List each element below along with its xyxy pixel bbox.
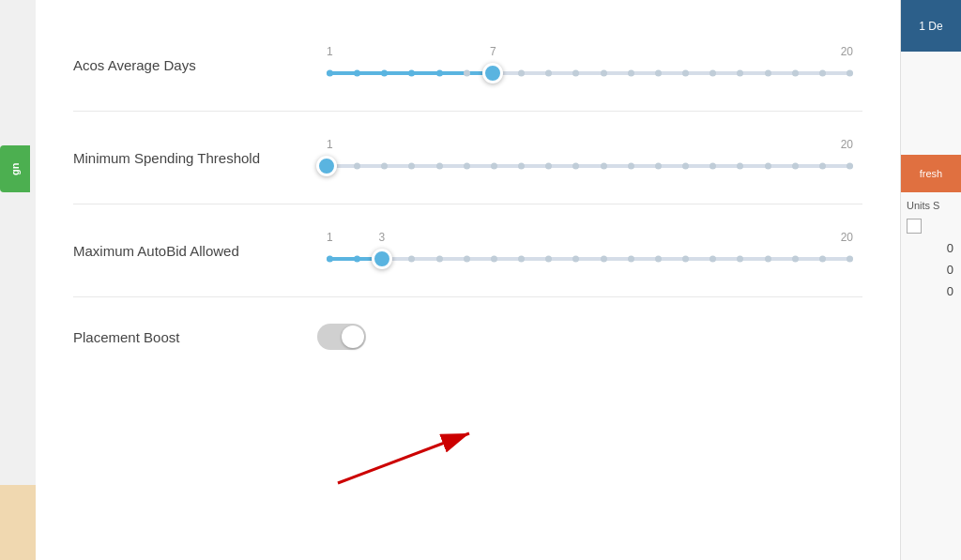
placement-boost-label: Placement Boost [73, 329, 317, 345]
placement-boost-row: Placement Boost [73, 297, 862, 376]
placement-boost-toggle[interactable] [317, 324, 366, 350]
max-autobid-slider-container: 1 3 20 [317, 231, 862, 270]
sidebar-tab[interactable]: gn [0, 145, 30, 192]
max-autobid-nums-row: 1 3 20 [327, 231, 853, 244]
acos-dot-row [327, 70, 853, 77]
placement-boost-toggle-container [317, 324, 366, 350]
max-autobid-slider-visual[interactable] [327, 248, 853, 270]
max-autobid-max-num: 20 [841, 231, 853, 244]
units-checkbox[interactable] [907, 219, 922, 234]
value-0-third: 0 [901, 280, 961, 302]
content-area: Acos Average Days 1 7 20 [36, 0, 900, 560]
max-autobid-dot-row [327, 256, 853, 263]
max-autobid-min-num: 1 [327, 231, 333, 244]
min-spending-max-num: 20 [841, 138, 853, 151]
min-spending-label: Minimum Spending Threshold [73, 150, 317, 166]
max-autobid-value-num: 3 [379, 231, 386, 244]
top-button[interactable]: 1 De [901, 0, 961, 52]
acos-average-days-slider-container: 1 7 20 [317, 45, 862, 84]
acos-thumb[interactable] [482, 63, 503, 83]
acos-average-days-row: Acos Average Days 1 7 20 [73, 19, 862, 112]
acos-min-num: 1 [327, 45, 333, 58]
max-autobid-thumb[interactable] [372, 249, 392, 269]
left-sidebar: gn [0, 0, 36, 560]
refresh-button[interactable]: fresh [901, 155, 961, 192]
units-label: Units S [901, 192, 961, 215]
value-0-first: 0 [901, 237, 961, 259]
max-autobid-label: Maximum AutoBid Allowed [73, 243, 317, 259]
acos-max-num: 20 [841, 45, 853, 58]
main-container: gn Acos Average Days 1 7 20 [0, 0, 961, 560]
min-spending-slider-container: 1 20 [317, 138, 862, 177]
toggle-knob [342, 325, 364, 348]
min-spending-dot-row [327, 163, 853, 170]
value-0-second: 0 [901, 259, 961, 280]
min-spending-min-num: 1 [327, 138, 333, 151]
max-autobid-row: Maximum AutoBid Allowed 1 3 20 [73, 204, 862, 297]
min-spending-slider-visual[interactable] [327, 155, 853, 177]
min-spending-nums-row: 1 20 [327, 138, 853, 151]
acos-average-days-label: Acos Average Days [73, 57, 317, 73]
acos-slider-visual[interactable] [327, 62, 853, 84]
acos-value-num: 7 [490, 45, 496, 58]
right-panel: 1 De fresh Units S 0 0 0 [900, 0, 961, 560]
min-spending-row: Minimum Spending Threshold 1 20 [73, 112, 862, 204]
min-spending-thumb[interactable] [316, 156, 337, 176]
acos-nums-row: 1 7 20 [327, 45, 853, 58]
sidebar-peach-accent [0, 485, 36, 560]
